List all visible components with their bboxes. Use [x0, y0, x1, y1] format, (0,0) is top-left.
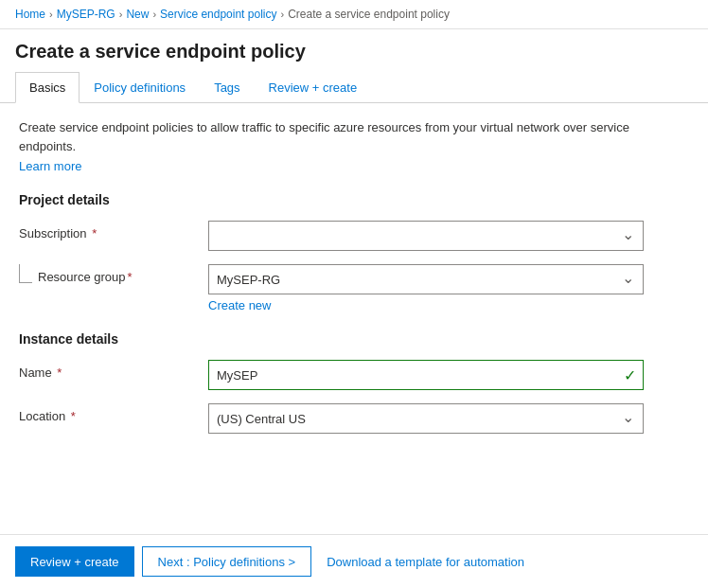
- subscription-required: *: [89, 226, 97, 241]
- resource-group-select[interactable]: MySEP-RG: [208, 264, 644, 294]
- create-new-link[interactable]: Create new: [208, 298, 271, 312]
- project-details-title: Project details: [19, 192, 689, 207]
- tab-tags[interactable]: Tags: [200, 72, 254, 103]
- breadcrumb-sep-1: ›: [49, 9, 53, 20]
- download-template-link[interactable]: Download a template for automation: [319, 549, 532, 575]
- content-area: Create service endpoint policies to allo…: [0, 103, 708, 462]
- bottom-bar: Review + create Next : Policy definition…: [0, 534, 708, 588]
- location-row: Location * (US) Central US: [19, 403, 689, 434]
- name-control: ✓: [208, 360, 644, 390]
- tab-policy-definitions[interactable]: Policy definitions: [80, 72, 200, 103]
- breadcrumb-policy[interactable]: Service endpoint policy: [160, 8, 276, 21]
- name-input[interactable]: [208, 360, 644, 390]
- main-wrapper: Home › MySEP-RG › New › Service endpoint…: [0, 0, 708, 588]
- breadcrumb-current: Create a service endpoint policy: [288, 8, 450, 21]
- resource-group-control: MySEP-RG Create new: [208, 264, 644, 312]
- breadcrumb-sep-4: ›: [280, 9, 284, 20]
- tab-review-create[interactable]: Review + create: [255, 72, 372, 103]
- location-select[interactable]: (US) Central US: [208, 403, 644, 434]
- name-label: Name *: [19, 360, 208, 380]
- breadcrumb: Home › MySEP-RG › New › Service endpoint…: [0, 0, 708, 29]
- location-select-wrapper: (US) Central US: [208, 403, 644, 434]
- subscription-label: Subscription *: [19, 221, 208, 241]
- page-title: Create a service endpoint policy: [0, 29, 708, 72]
- resource-group-label-wrap: Resource group *: [19, 264, 208, 284]
- location-control: (US) Central US: [208, 403, 644, 434]
- review-create-button[interactable]: Review + create: [15, 546, 134, 577]
- resource-group-row: Resource group * MySEP-RG Create new: [19, 264, 689, 312]
- breadcrumb-sep-2: ›: [119, 9, 123, 20]
- breadcrumb-new[interactable]: New: [126, 8, 149, 21]
- breadcrumb-sep-3: ›: [152, 9, 156, 20]
- name-input-wrap: ✓: [208, 360, 644, 390]
- name-row: Name * ✓: [19, 360, 689, 390]
- location-label: Location *: [19, 403, 208, 423]
- subscription-row: Subscription *: [19, 221, 689, 251]
- tab-basics[interactable]: Basics: [15, 72, 80, 103]
- resource-group-required: *: [128, 270, 133, 284]
- name-required: *: [54, 365, 62, 380]
- location-required: *: [67, 409, 76, 423]
- resource-group-label: Resource group: [38, 270, 126, 284]
- breadcrumb-home[interactable]: Home: [15, 8, 45, 21]
- indent-line: [19, 264, 32, 283]
- description-text: Create service endpoint policies to allo…: [19, 118, 689, 155]
- resource-group-select-wrapper: MySEP-RG: [208, 264, 644, 294]
- learn-more-link[interactable]: Learn more: [19, 159, 81, 173]
- breadcrumb-rg[interactable]: MySEP-RG: [57, 8, 115, 21]
- next-policy-button[interactable]: Next : Policy definitions >: [142, 546, 312, 577]
- tab-bar: Basics Policy definitions Tags Review + …: [0, 72, 708, 103]
- instance-details-title: Instance details: [19, 331, 689, 347]
- subscription-select-wrapper: [208, 221, 644, 251]
- subscription-control: [208, 221, 644, 251]
- name-check-icon: ✓: [624, 366, 636, 384]
- subscription-select[interactable]: [208, 221, 644, 251]
